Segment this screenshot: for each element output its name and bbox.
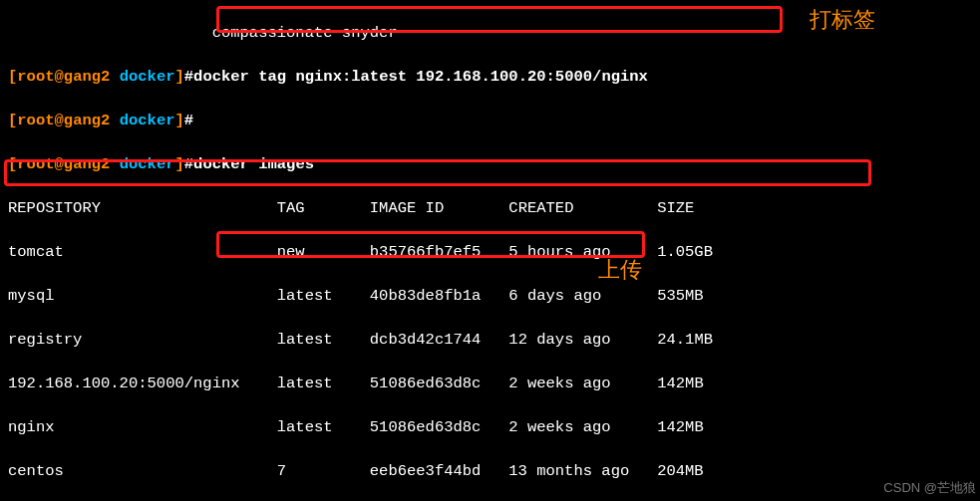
highlight-box-push <box>216 231 645 258</box>
highlight-box-row <box>4 159 871 186</box>
cmd-tag: docker tag nginx:latest 192.168.100.20:5… <box>193 68 648 86</box>
annotation-upload: 上传 <box>598 259 642 281</box>
table-row: centos 7 eeb6ee3f44bd 13 months ago 204M… <box>8 460 972 482</box>
watermark: CSDN @芒地狼 <box>883 477 976 499</box>
table-header: REPOSITORY TAG IMAGE ID CREATED SIZE <box>8 197 972 219</box>
prompt-line-1[interactable]: [root@gang2 docker]#docker tag nginx:lat… <box>8 66 972 88</box>
prompt-line-2[interactable]: [root@gang2 docker]# <box>8 110 972 131</box>
annotation-tag: 打标签 <box>810 9 875 31</box>
table-row: mysql latest 40b83de8fb1a 6 days ago 535… <box>8 285 972 307</box>
table-row: nginx latest 51086ed63d8c 2 weeks ago 14… <box>8 416 972 438</box>
highlight-box-tag <box>216 6 783 33</box>
table-row: registry latest dcb3d42c1744 12 days ago… <box>8 329 972 351</box>
table-row: 192.168.100.20:5000/nginx latest 51086ed… <box>8 373 972 394</box>
